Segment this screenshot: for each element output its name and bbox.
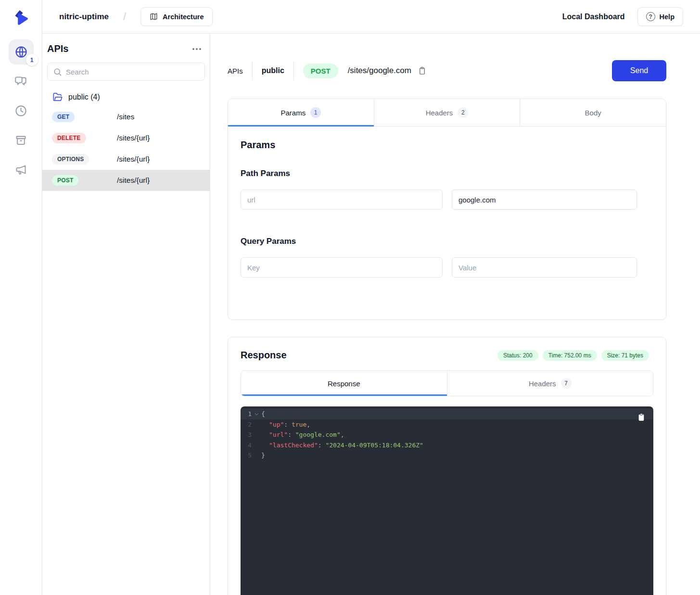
response-body-editor[interactable]: 1 { 2 "up": true, 3: [241, 406, 653, 595]
path-param-value-input[interactable]: [452, 190, 637, 210]
sidebar-item-topics[interactable]: [9, 157, 34, 182]
divider: [252, 61, 253, 80]
dashboard-title: Local Dashboard: [562, 13, 625, 21]
line-number: 1: [245, 410, 252, 418]
endpoint-get-sites[interactable]: GET /sites: [42, 106, 210, 127]
code-line: 3 "url": "google.com",: [241, 430, 653, 440]
tab-label: Headers: [426, 109, 453, 117]
sidebar-item-apis[interactable]: 1: [9, 39, 34, 64]
endpoint-path: /sites: [117, 113, 210, 121]
copy-path-button[interactable]: [418, 66, 427, 76]
params-heading: Params: [241, 139, 653, 151]
map-icon: [149, 12, 158, 21]
app-window: 1: [0, 0, 700, 595]
content-area: APIs: [42, 34, 700, 595]
architecture-button[interactable]: Architecture: [140, 7, 212, 26]
tab-label: Params: [280, 109, 305, 117]
code-line: 5 }: [241, 450, 653, 461]
request-card: Params 1 Headers 2 Body Params Pa: [228, 99, 666, 320]
tab-response[interactable]: Response: [241, 371, 447, 396]
code-line: 2 "up": true,: [241, 419, 653, 430]
tab-count-badge: 7: [561, 378, 572, 389]
line-number: 2: [245, 421, 252, 428]
help-button[interactable]: Help: [637, 7, 683, 26]
folder-open-icon: [52, 91, 63, 102]
sidebar-item-chat[interactable]: [9, 69, 34, 94]
copy-response-button[interactable]: [637, 413, 645, 422]
tab-params[interactable]: Params 1: [228, 99, 374, 126]
sidebar-item-schedules[interactable]: [9, 98, 34, 123]
method-badge: OPTIONS: [52, 154, 89, 165]
sidebar-item-storage[interactable]: [9, 127, 34, 152]
query-param-value-input[interactable]: [452, 257, 637, 278]
search-input[interactable]: [66, 68, 199, 76]
architecture-label: Architecture: [163, 13, 204, 21]
search-icon: [53, 67, 62, 76]
main-column: nitric-uptime / Architecture Local Dashb…: [42, 0, 700, 595]
breadcrumb-api-name: public: [262, 66, 284, 75]
apis-count-badge: 1: [26, 54, 38, 66]
apis-panel-title: APIs: [47, 43, 68, 54]
ellipsis-icon: [191, 47, 202, 51]
megaphone-icon: [14, 163, 27, 176]
line-number: 5: [245, 452, 252, 459]
tab-label: Headers: [529, 380, 556, 388]
query-param-key-input[interactable]: [241, 257, 443, 278]
folder-label: public (4): [68, 93, 100, 101]
tab-headers[interactable]: Headers 2: [374, 99, 521, 126]
clock-icon: [14, 104, 27, 117]
icon-sidebar: 1: [0, 0, 42, 595]
code-text: }: [261, 452, 265, 459]
endpoint-delete-sites-url[interactable]: DELETE /sites/{url}: [42, 127, 210, 149]
endpoint-options-sites-url[interactable]: OPTIONS /sites/{url}: [42, 149, 210, 170]
endpoint-path: /sites/{url}: [117, 134, 210, 142]
tab-response-headers[interactable]: Headers 7: [447, 371, 653, 396]
request-bar: APIs public POST /sites/google.com Send: [228, 60, 666, 81]
endpoint-path: /sites/{url}: [117, 176, 210, 185]
breadcrumb-apis: APIs: [228, 67, 243, 75]
response-tabs: Response Headers 7: [241, 370, 653, 396]
divider: [293, 61, 294, 80]
tab-count-badge: 1: [310, 107, 321, 118]
code-text: {: [261, 410, 265, 418]
archive-icon: [14, 134, 27, 147]
code-text: "up": true,: [261, 421, 310, 428]
clipboard-icon: [637, 413, 645, 422]
response-badges: Status: 200 Time: 752.00 ms Size: 71 byt…: [497, 350, 649, 361]
tab-label: Response: [328, 380, 360, 388]
endpoint-path: /sites/{url}: [117, 155, 210, 164]
tab-body[interactable]: Body: [520, 99, 666, 126]
api-search: [47, 63, 205, 81]
send-button[interactable]: Send: [612, 60, 666, 81]
request-workspace: APIs public POST /sites/google.com Send: [210, 34, 700, 595]
breadcrumb-separator: /: [123, 11, 126, 23]
status-badge: Status: 200: [497, 350, 538, 361]
help-label: Help: [660, 13, 675, 21]
help-icon: [646, 12, 655, 21]
request-tabs: Params 1 Headers 2 Body: [228, 99, 666, 127]
code-line: 4 "lastChecked": "2024-04-09T05:18:04.32…: [241, 440, 653, 451]
apis-panel: APIs: [42, 34, 210, 595]
code-line: 1 {: [241, 409, 653, 419]
line-number: 4: [245, 442, 252, 449]
tab-label: Body: [585, 109, 601, 117]
time-badge: Time: 752.00 ms: [543, 350, 597, 361]
globe-icon: [14, 45, 28, 59]
method-badge: DELETE: [52, 133, 86, 143]
response-heading: Response: [241, 350, 287, 361]
api-folder-public[interactable]: public (4): [47, 91, 205, 102]
endpoint-post-sites-url[interactable]: POST /sites/{url}: [42, 170, 210, 191]
method-badge: POST: [52, 175, 78, 186]
sidebar-nav: 1: [9, 39, 34, 184]
path-param-key-input[interactable]: [241, 190, 443, 210]
chat-icon: [14, 75, 27, 88]
fold-chevron-icon[interactable]: [252, 413, 261, 416]
line-number: 3: [245, 431, 252, 438]
clipboard-icon: [418, 66, 427, 76]
apis-menu-button[interactable]: [190, 45, 204, 53]
request-path: /sites/google.com: [348, 66, 411, 76]
nitric-logo[interactable]: [11, 7, 32, 28]
top-header: nitric-uptime / Architecture Local Dashb…: [42, 0, 700, 34]
method-badge: GET: [52, 112, 75, 122]
endpoint-list: GET /sites DELETE /sites/{url} OPTIONS /…: [42, 106, 210, 191]
